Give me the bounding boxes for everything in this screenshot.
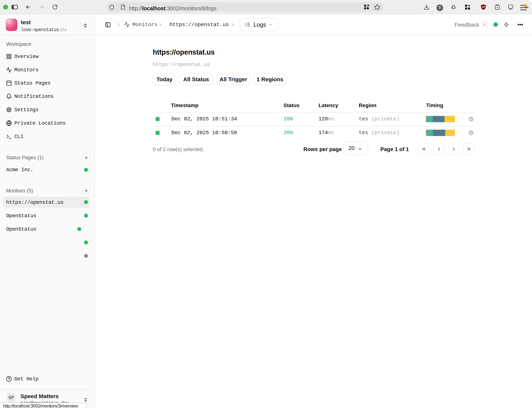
- svg-text:uO: uO: [482, 5, 485, 8]
